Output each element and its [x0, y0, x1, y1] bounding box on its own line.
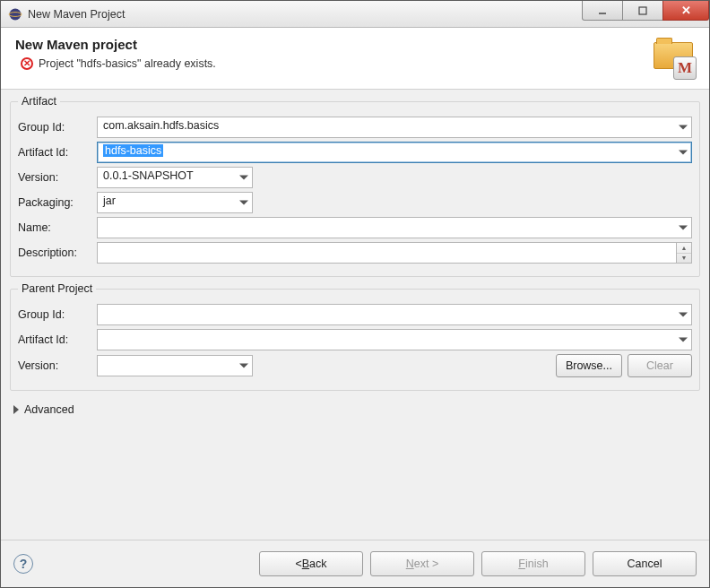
name-label: Name: [18, 221, 91, 234]
description-spinner[interactable]: ▲ ▼ [676, 242, 692, 264]
description-field[interactable] [97, 242, 676, 264]
parent-version-combo[interactable] [97, 355, 253, 376]
error-icon: ✕ [21, 57, 33, 70]
svg-point-0 [10, 8, 22, 20]
window-controls: ✕ [583, 1, 709, 27]
expand-icon [13, 405, 19, 414]
packaging-combo[interactable]: jar [97, 192, 253, 213]
back-button[interactable]: < Back [259, 551, 363, 576]
artifact-id-combo[interactable]: hdfs-basics [97, 142, 692, 163]
maven-wizard-icon: M [652, 39, 695, 78]
browse-button[interactable]: Browse... [556, 354, 622, 377]
parent-artifact-id-label: Artifact Id: [18, 333, 91, 346]
page-title: New Maven project [15, 37, 652, 52]
version-label: Version: [18, 171, 91, 184]
parent-group-id-label: Group Id: [18, 308, 91, 321]
wizard-body: Artifact Group Id: com.aksain.hdfs.basic… [1, 90, 709, 540]
spin-down-icon: ▼ [677, 254, 691, 264]
wizard-footer: ? < Back Next > Finish Cancel [1, 540, 709, 587]
titlebar[interactable]: New Maven Project ✕ [1, 1, 709, 28]
packaging-label: Packaging: [18, 196, 91, 209]
parent-version-label: Version: [18, 359, 91, 372]
artifact-group: Artifact Group Id: com.aksain.hdfs.basic… [10, 95, 700, 277]
finish-button[interactable]: Finish [481, 551, 585, 576]
chevron-down-icon [679, 226, 688, 230]
error-message: Project "hdfs-basics" already exists. [39, 57, 216, 70]
parent-artifact-id-combo[interactable] [97, 329, 692, 350]
artifact-id-label: Artifact Id: [18, 146, 91, 159]
cancel-button[interactable]: Cancel [593, 551, 697, 576]
chevron-down-icon [679, 313, 688, 317]
description-label: Description: [18, 246, 91, 259]
chevron-down-icon [239, 364, 248, 368]
window-title: New Maven Project [28, 8, 583, 21]
clear-button[interactable]: Clear [628, 354, 692, 377]
help-button[interactable]: ? [13, 554, 33, 574]
parent-legend: Parent Project [18, 282, 96, 295]
eclipse-icon [8, 7, 22, 22]
group-id-combo[interactable]: com.aksain.hdfs.basics [97, 117, 692, 138]
artifact-legend: Artifact [18, 95, 60, 108]
dialog-window: New Maven Project ✕ New Maven project ✕ … [0, 0, 710, 588]
svg-rect-3 [639, 7, 646, 14]
maximize-button[interactable] [622, 1, 663, 21]
chevron-down-icon [679, 125, 688, 130]
parent-group-id-combo[interactable] [97, 304, 692, 325]
minimize-button[interactable] [582, 1, 623, 21]
close-button[interactable]: ✕ [662, 1, 709, 21]
wizard-banner: New Maven project ✕ Project "hdfs-basics… [1, 28, 709, 90]
group-id-label: Group Id: [18, 121, 91, 134]
version-combo[interactable]: 0.0.1-SNAPSHOT [97, 167, 253, 188]
chevron-down-icon [679, 338, 688, 342]
name-combo[interactable] [97, 217, 692, 238]
spin-up-icon: ▲ [677, 243, 691, 254]
chevron-down-icon [679, 151, 688, 155]
advanced-label: Advanced [24, 403, 74, 416]
parent-project-group: Parent Project Group Id: Artifact Id: Ve… [10, 282, 700, 391]
advanced-expander[interactable]: Advanced [10, 396, 700, 423]
chevron-down-icon [239, 201, 248, 205]
chevron-down-icon [239, 176, 248, 180]
next-button[interactable]: Next > [370, 551, 474, 576]
